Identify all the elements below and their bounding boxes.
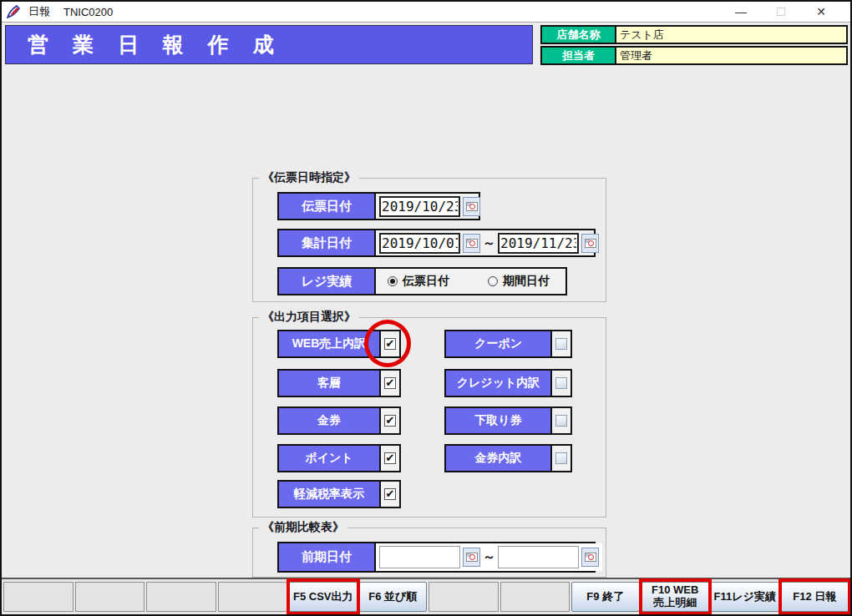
- comparison-legend: 《前期比較表》: [259, 520, 347, 535]
- total-date-to-input[interactable]: [498, 233, 579, 254]
- f10-web-sales-detail-button[interactable]: F10 WEB 売上明細: [642, 582, 710, 612]
- date-spec-legend: 《伝票日時指定》: [259, 170, 359, 185]
- radio-period-date-label: 期間日付: [503, 274, 550, 289]
- app-logo-icon: [7, 5, 22, 19]
- option-credit-breakdown: クレジット内訳: [444, 369, 572, 397]
- slip-date-label: 伝票日付: [279, 194, 376, 219]
- checkbox-checked-icon[interactable]: ✔: [384, 488, 396, 500]
- register-label: レジ実績: [279, 269, 376, 294]
- calendar-icon: [466, 553, 478, 562]
- title-bar: 日報 TNIC0200 — ☐ ✕: [2, 2, 850, 23]
- fn-empty-slot: [218, 582, 288, 612]
- calendar-button[interactable]: [463, 197, 480, 216]
- total-date-from-input[interactable]: [379, 233, 460, 254]
- option-coupon: クーポン: [444, 330, 572, 358]
- calendar-icon: [585, 553, 596, 562]
- checkbox-unchecked-icon[interactable]: [555, 377, 567, 389]
- prev-date-label: 前期日付: [279, 543, 376, 571]
- radio-slip-date[interactable]: 伝票日付: [388, 274, 449, 289]
- fn-empty-slot: [429, 582, 499, 612]
- f6-sort-order-button[interactable]: F6 並び順: [359, 582, 428, 612]
- function-key-bar: F5 CSV出力 F6 並び順 F9 終了 F10 WEB 売上明細 F11レジ…: [2, 578, 850, 614]
- option-points: ポイント ✔: [277, 444, 401, 472]
- option-trade-in-ticket: 下取り券: [444, 406, 572, 435]
- option-web-sales-breakdown: WEB売上内訳 ✔: [277, 330, 401, 358]
- checkbox-checked-icon[interactable]: ✔: [384, 377, 396, 389]
- checkbox-unchecked-icon[interactable]: [555, 452, 567, 464]
- calendar-button[interactable]: [581, 234, 599, 253]
- manager-value: 管理者: [616, 48, 846, 63]
- prev-date-from-input[interactable]: [379, 546, 460, 568]
- checkbox-unchecked-icon[interactable]: [555, 338, 567, 350]
- option-customer-segment: 客層 ✔: [277, 369, 401, 397]
- prev-date-row: 前期日付 ～: [277, 542, 596, 573]
- radio-selected-icon: [388, 276, 398, 286]
- radio-unselected-icon: [488, 276, 498, 286]
- radio-slip-date-label: 伝票日付: [403, 274, 449, 289]
- total-date-row: 集計日付 ～: [277, 229, 596, 257]
- calendar-button[interactable]: [463, 234, 480, 253]
- radio-period-date[interactable]: 期間日付: [488, 274, 550, 289]
- checkbox-checked-icon[interactable]: ✔: [384, 415, 396, 427]
- fn-empty-slot: [3, 582, 74, 612]
- f9-exit-button[interactable]: F9 終了: [571, 582, 640, 612]
- calendar-icon: [585, 239, 596, 248]
- date-range-separator: ～: [483, 549, 495, 565]
- store-name-row: 店舗名称 テスト店: [540, 25, 848, 44]
- page-title: 営 業 日 報 作 成: [5, 25, 533, 64]
- slip-date-input[interactable]: [379, 196, 460, 217]
- checkbox-unchecked-icon[interactable]: [555, 415, 567, 427]
- calendar-icon: [466, 202, 478, 211]
- date-spec-section: 《伝票日時指定》 伝票日付 集計日付 ～ レジ実績 伝: [252, 178, 606, 302]
- close-icon[interactable]: ✕: [807, 3, 835, 21]
- date-range-separator: ～: [483, 235, 495, 251]
- calendar-button[interactable]: [463, 548, 480, 567]
- fn-empty-slot: [500, 582, 571, 612]
- prev-date-to-input[interactable]: [498, 546, 579, 568]
- window-controls: — ☐ ✕: [727, 3, 845, 21]
- f11-register-results-button[interactable]: F11レジ実績: [711, 582, 779, 612]
- slip-date-row: 伝票日付: [277, 192, 480, 220]
- manager-label: 担当者: [542, 48, 616, 63]
- calendar-button[interactable]: [581, 548, 599, 567]
- comparison-section: 《前期比較表》 前期日付 ～: [252, 528, 606, 578]
- window-title: 日報: [28, 4, 50, 19]
- store-name-label: 店舗名称: [542, 27, 616, 43]
- window-title-code: TNIC0200: [63, 6, 113, 18]
- register-row: レジ実績 伝票日付 期間日付: [277, 267, 567, 295]
- option-reduced-tax-display: 軽減税率表示 ✔: [277, 480, 401, 508]
- calendar-icon: [466, 239, 478, 248]
- maximize-icon: ☐: [767, 3, 795, 21]
- f12-daily-report-button[interactable]: F12 日報: [781, 582, 849, 612]
- f5-csv-export-button[interactable]: F5 CSV出力: [289, 582, 358, 612]
- option-gift-voucher: 金券 ✔: [277, 406, 401, 435]
- store-name-value: テスト店: [616, 27, 846, 43]
- manager-row: 担当者 管理者: [540, 46, 848, 65]
- app-window: 日報 TNIC0200 — ☐ ✕ 営 業 日 報 作 成 店舗名称 テスト店 …: [0, 0, 852, 616]
- output-items-legend: 《出力項目選択》: [259, 310, 359, 325]
- checkbox-checked-icon[interactable]: ✔: [384, 338, 396, 350]
- fn-empty-slot: [146, 582, 216, 612]
- minimize-icon[interactable]: —: [727, 3, 755, 21]
- checkbox-checked-icon[interactable]: ✔: [384, 452, 396, 464]
- fn-empty-slot: [75, 582, 145, 612]
- total-date-label: 集計日付: [279, 230, 376, 255]
- output-items-section: 《出力項目選択》 WEB売上内訳 ✔ 客層 ✔ 金券 ✔ ポイント ✔ 軽減税率…: [252, 317, 606, 518]
- option-voucher-breakdown: 金券内訳: [444, 444, 572, 472]
